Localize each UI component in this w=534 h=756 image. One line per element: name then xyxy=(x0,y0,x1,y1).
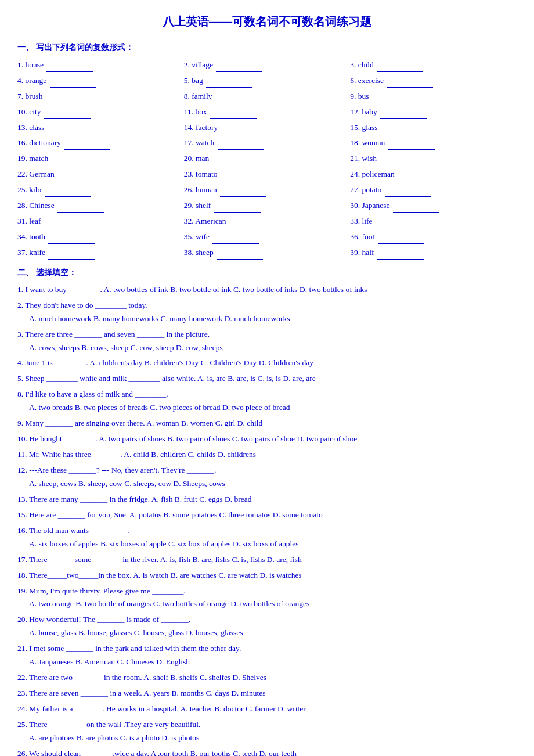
vocab-answer[interactable] xyxy=(380,165,426,165)
vocab-item: 3. child xyxy=(350,58,517,73)
vocab-word: shelf xyxy=(196,201,211,210)
vocab-answer[interactable] xyxy=(218,149,264,150)
vocab-item: 12. baby xyxy=(350,105,517,120)
question-options: A. two breads B. two pieces of breads C.… xyxy=(29,401,517,415)
vocab-num: 7. xyxy=(17,92,23,100)
vocab-item: 33. life xyxy=(350,214,517,229)
vocab-answer[interactable] xyxy=(385,196,431,197)
vocab-answer[interactable] xyxy=(372,103,418,103)
vocab-word: Japanese xyxy=(362,201,390,210)
question-num: 9. xyxy=(17,419,23,427)
question-text: There are many _______ in the fridge. A.… xyxy=(29,495,252,503)
question-num: 2. xyxy=(17,301,23,309)
vocab-answer[interactable] xyxy=(381,134,427,134)
vocab-answer[interactable] xyxy=(221,134,268,134)
vocab-answer[interactable] xyxy=(398,181,444,181)
question-text: There__________on the wall .They are ver… xyxy=(29,720,200,729)
vocab-item: 23. tomato xyxy=(184,167,351,182)
question-text: There_____two_____in the box. A. is watc… xyxy=(29,571,302,579)
vocab-answer[interactable] xyxy=(57,181,104,181)
vocab-item: 5. bag xyxy=(184,74,351,88)
vocab-answer[interactable] xyxy=(388,149,435,150)
vocab-answer[interactable] xyxy=(215,103,262,103)
vocab-item: 25. kilo xyxy=(17,183,184,197)
question-block: 17. There_______some________in the river… xyxy=(17,553,517,567)
vocab-answer[interactable] xyxy=(387,87,433,88)
vocab-num: 26. xyxy=(184,185,194,194)
vocab-answer[interactable] xyxy=(377,259,424,260)
vocab-item: 20. man xyxy=(184,152,351,166)
question-text: There are seven _______ in a week. A. ye… xyxy=(29,689,266,697)
question-num: 1. xyxy=(17,285,23,294)
vocab-answer[interactable] xyxy=(378,243,424,244)
question-text: There are two _______ in the room. A. sh… xyxy=(29,673,266,682)
vocab-answer[interactable] xyxy=(214,212,261,213)
vocab-word: child xyxy=(358,60,374,69)
question-block: 15. Here are _______ for you, Sue. A. po… xyxy=(17,509,517,522)
vocab-num: 32. xyxy=(184,217,194,225)
vocab-answer[interactable] xyxy=(52,165,98,165)
vocab-word: tomato xyxy=(196,170,218,178)
vocab-word: wish xyxy=(362,154,377,163)
vocab-item: 39. half xyxy=(350,246,517,260)
question-options: A. sheep, cows B. sheep, cow C. sheeps, … xyxy=(29,477,517,491)
vocab-answer[interactable] xyxy=(44,118,91,119)
vocab-item: 16. dictionary xyxy=(17,136,184,150)
vocab-word: German xyxy=(29,170,54,178)
vocab-answer[interactable] xyxy=(48,243,95,244)
question-num: 26. xyxy=(17,749,27,756)
vocab-answer[interactable] xyxy=(377,71,423,72)
vocab-item: 37. knife xyxy=(17,246,184,260)
question-text: Many _______ are singing over there. A. … xyxy=(26,419,263,427)
vocab-item: 38. sheep xyxy=(184,246,351,260)
vocab-answer[interactable] xyxy=(44,228,91,228)
vocab-answer[interactable] xyxy=(57,212,104,213)
vocab-num: 6. xyxy=(350,76,356,85)
vocab-answer[interactable] xyxy=(46,103,92,103)
question-num: 24. xyxy=(17,704,27,713)
vocab-answer[interactable] xyxy=(229,228,276,228)
vocab-item: 28. Chinese xyxy=(17,199,184,213)
vocab-answer[interactable] xyxy=(64,149,110,150)
vocab-num: 34. xyxy=(17,232,27,241)
vocab-answer[interactable] xyxy=(210,118,257,119)
vocab-item: 31. leaf xyxy=(17,214,184,229)
vocab-answer[interactable] xyxy=(45,196,91,197)
question-num: 17. xyxy=(17,555,27,564)
vocab-num: 20. xyxy=(184,154,194,163)
vocab-answer[interactable] xyxy=(376,228,422,228)
vocab-item: 4. orange xyxy=(17,74,184,88)
question-block: 12. ---Are these _______? --- No, they a… xyxy=(17,464,517,491)
vocab-item: 17. watch xyxy=(184,136,351,150)
question-num: 23. xyxy=(17,689,27,697)
vocab-answer[interactable] xyxy=(220,196,266,197)
vocab-answer[interactable] xyxy=(48,259,95,260)
vocab-item: 32. American xyxy=(184,214,351,229)
question-block: 8. I'd like to have a glass of milk and … xyxy=(17,388,517,415)
question-num: 21. xyxy=(17,644,27,653)
question-text: I met some _______ in the park and talke… xyxy=(29,644,241,653)
vocab-answer[interactable] xyxy=(206,87,252,88)
vocab-answer[interactable] xyxy=(212,165,259,165)
question-num: 11. xyxy=(17,450,27,459)
question-block: 18. There_____two_____in the box. A. is … xyxy=(17,569,517,582)
vocab-num: 30. xyxy=(350,201,360,210)
vocab-num: 8. xyxy=(184,92,190,100)
vocab-answer[interactable] xyxy=(46,71,93,72)
vocab-answer[interactable] xyxy=(221,181,267,181)
vocab-word: policeman xyxy=(362,170,395,178)
vocab-answer[interactable] xyxy=(50,87,96,88)
vocab-word: knife xyxy=(29,248,45,257)
vocab-item: 15. glass xyxy=(350,121,517,135)
vocab-answer[interactable] xyxy=(48,134,94,134)
vocab-answer[interactable] xyxy=(216,71,262,72)
vocab-answer[interactable] xyxy=(217,259,263,260)
vocab-num: 19. xyxy=(17,154,27,163)
vocab-item: 14. factory xyxy=(184,121,351,135)
vocab-answer[interactable] xyxy=(380,118,427,119)
vocab-answer[interactable] xyxy=(212,243,259,244)
question-num: 8. xyxy=(17,390,23,398)
question-num: 20. xyxy=(17,615,27,624)
vocab-answer[interactable] xyxy=(393,212,439,213)
vocab-num: 11. xyxy=(184,107,193,116)
